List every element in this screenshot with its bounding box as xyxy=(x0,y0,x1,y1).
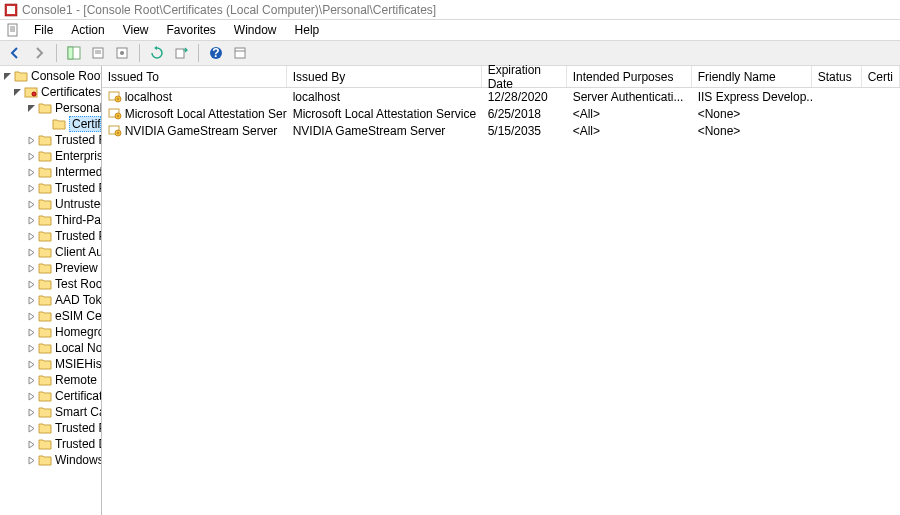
tree-certificates-computer[interactable]: Certificates (Local Computer) xyxy=(0,84,101,100)
tree-label: Untrusted Certificates xyxy=(55,197,101,211)
tree-item[interactable]: Enterprise Trust xyxy=(0,148,101,164)
expand-icon[interactable] xyxy=(26,215,36,225)
col-cert-template[interactable]: Certi xyxy=(862,66,900,87)
expand-icon[interactable] xyxy=(26,455,36,465)
tree-label: Certificate Enrollment Requests xyxy=(55,389,101,403)
expand-icon[interactable] xyxy=(26,439,36,449)
export-button[interactable] xyxy=(111,42,133,64)
tree-console-root[interactable]: Console Root xyxy=(0,68,101,84)
expand-icon[interactable] xyxy=(26,183,36,193)
tree-item[interactable]: Trusted Packaged App Installation Author… xyxy=(0,420,101,436)
friendly-name: IIS Express Develop... xyxy=(692,90,812,104)
expand-icon[interactable] xyxy=(26,199,36,209)
tree-item[interactable]: Test Roots xyxy=(0,276,101,292)
tree-item[interactable]: Trusted Devices xyxy=(0,436,101,452)
collapse-icon[interactable] xyxy=(26,103,36,113)
folder-icon xyxy=(38,261,52,275)
folder-icon xyxy=(38,245,52,259)
col-expiration[interactable]: Expiration Date xyxy=(482,66,567,87)
properties-button[interactable] xyxy=(87,42,109,64)
folder-icon xyxy=(38,229,52,243)
collapse-icon[interactable] xyxy=(2,71,12,81)
toolbar-separator xyxy=(139,44,140,62)
col-issued-by[interactable]: Issued By xyxy=(287,66,482,87)
menu-file[interactable]: File xyxy=(26,21,61,39)
tree-certificates[interactable]: Certificates xyxy=(0,116,101,132)
folder-icon xyxy=(38,405,52,419)
tree-label: eSIM Certification Authorities xyxy=(55,309,101,323)
tree-item[interactable]: Homegroup Machine Certificates xyxy=(0,324,101,340)
cert-row[interactable]: NVIDIA GameStream ServerNVIDIA GameStrea… xyxy=(102,122,900,139)
export-list-button[interactable] xyxy=(170,42,192,64)
expand-icon[interactable] xyxy=(26,167,36,177)
tree-label: Console Root xyxy=(31,69,101,83)
expand-icon[interactable] xyxy=(26,247,36,257)
expand-icon[interactable] xyxy=(26,375,36,385)
tree-item[interactable]: AAD Token Issuer xyxy=(0,292,101,308)
options-button[interactable] xyxy=(229,42,251,64)
expand-icon[interactable] xyxy=(26,279,36,289)
col-purposes[interactable]: Intended Purposes xyxy=(567,66,692,87)
menu-view[interactable]: View xyxy=(115,21,157,39)
tree-item[interactable]: MSIEHistoryJournal xyxy=(0,356,101,372)
tree-item[interactable]: Trusted Publishers xyxy=(0,180,101,196)
refresh-button[interactable] xyxy=(146,42,168,64)
col-status[interactable]: Status xyxy=(812,66,862,87)
tree-item[interactable]: Untrusted Certificates xyxy=(0,196,101,212)
tree-item[interactable]: Third-Party Root Certification Authoriti… xyxy=(0,212,101,228)
tree-label: Local NonRemovable Certificates xyxy=(55,341,101,355)
certificate-icon xyxy=(108,124,122,138)
menu-favorites[interactable]: Favorites xyxy=(159,21,224,39)
col-issued-to[interactable]: Issued To xyxy=(102,66,287,87)
menu-help[interactable]: Help xyxy=(287,21,328,39)
back-button[interactable] xyxy=(4,42,26,64)
expand-icon[interactable] xyxy=(26,423,36,433)
svg-rect-1 xyxy=(7,6,15,14)
svg-rect-13 xyxy=(176,49,184,58)
cert-row[interactable]: localhostlocalhost12/28/2020Server Authe… xyxy=(102,88,900,105)
toolbar-separator xyxy=(56,44,57,62)
expand-icon[interactable] xyxy=(26,327,36,337)
tree-label: Personal xyxy=(55,101,101,115)
forward-button[interactable] xyxy=(28,42,50,64)
expand-icon[interactable] xyxy=(26,151,36,161)
help-button[interactable]: ? xyxy=(205,42,227,64)
tree-item[interactable]: Certificate Enrollment Requests xyxy=(0,388,101,404)
expand-icon[interactable] xyxy=(26,391,36,401)
tree-item[interactable]: Preview Build Roots xyxy=(0,260,101,276)
tree-personal[interactable]: Personal xyxy=(0,100,101,116)
col-friendly[interactable]: Friendly Name xyxy=(692,66,812,87)
tree-item[interactable]: Smart Card Trusted Roots xyxy=(0,404,101,420)
cert-row[interactable]: Microsoft Local Attestation Ser...Micros… xyxy=(102,105,900,122)
expand-icon[interactable] xyxy=(26,231,36,241)
menu-action[interactable]: Action xyxy=(63,21,112,39)
list-body[interactable]: localhostlocalhost12/28/2020Server Authe… xyxy=(102,88,900,515)
expand-icon[interactable] xyxy=(26,135,36,145)
tree-label: Enterprise Trust xyxy=(55,149,101,163)
tree-item[interactable]: eSIM Certification Authorities xyxy=(0,308,101,324)
expand-icon[interactable] xyxy=(26,407,36,417)
expand-icon[interactable] xyxy=(26,343,36,353)
menu-bar: File Action View Favorites Window Help xyxy=(0,20,900,40)
tree-item[interactable]: Windows Live ID Token Issuer xyxy=(0,452,101,468)
tree-item[interactable]: Intermediate Certification Authorities xyxy=(0,164,101,180)
collapse-icon[interactable] xyxy=(12,87,22,97)
expand-icon[interactable] xyxy=(26,359,36,369)
show-hide-tree-button[interactable] xyxy=(63,42,85,64)
svg-point-12 xyxy=(120,51,124,55)
folder-icon xyxy=(38,453,52,467)
expand-icon[interactable] xyxy=(26,263,36,273)
svg-rect-16 xyxy=(235,48,245,58)
tree-item[interactable]: Client Authentication Issuers xyxy=(0,244,101,260)
tree-pane[interactable]: Console Root Certificates (Local Compute… xyxy=(0,66,102,515)
tree-item[interactable]: Local NonRemovable Certificates xyxy=(0,340,101,356)
tree-item[interactable]: Remote Desktop xyxy=(0,372,101,388)
tree-label: Preview Build Roots xyxy=(55,261,101,275)
expand-icon[interactable] xyxy=(26,295,36,305)
title-bar: Console1 - [Console Root\Certificates (L… xyxy=(0,0,900,20)
tree-item[interactable]: Trusted Root Certification Authorities xyxy=(0,132,101,148)
menu-window[interactable]: Window xyxy=(226,21,285,39)
expand-icon[interactable] xyxy=(26,311,36,321)
folder-icon xyxy=(14,69,28,83)
tree-item[interactable]: Trusted People xyxy=(0,228,101,244)
